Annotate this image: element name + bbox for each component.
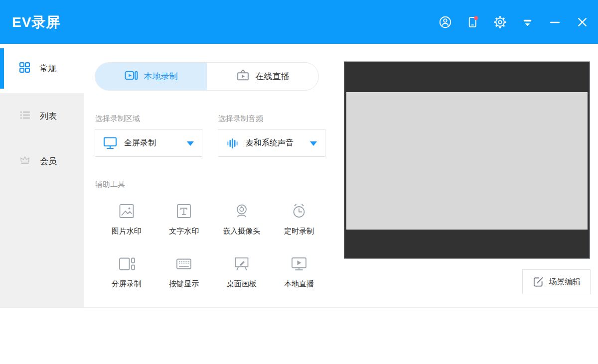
region-select-value: 全屏录制 [124, 138, 156, 148]
control-bar: 时长: 声音: www.rjtj.cn软荐网 v4.2.2 [0, 307, 598, 364]
titlebar-icon-group [439, 0, 589, 44]
audio-field-label: 选择录制音频 [218, 114, 263, 123]
scene-edit-button[interactable]: 场景编辑 [522, 269, 591, 294]
skin-collapse-icon[interactable] [521, 15, 534, 29]
keyboard-icon [173, 254, 194, 276]
audio-select-value: 麦和系统声音 [246, 138, 294, 148]
sidebar-item-label: 会员 [40, 155, 57, 167]
sidebar-item-general[interactable]: 常规 [0, 44, 84, 93]
split-screen-icon [116, 254, 137, 276]
chevron-down-icon [310, 141, 317, 146]
video-camera-icon [125, 69, 138, 84]
app-title: EV录屏 [12, 13, 60, 32]
minimize-icon[interactable] [548, 15, 562, 29]
crown-icon [19, 154, 31, 168]
grid-icon [19, 62, 30, 75]
region-select[interactable]: 全屏录制 [95, 129, 202, 157]
tab-label: 本地录制 [144, 71, 178, 82]
image-watermark-icon [116, 201, 137, 223]
tool-timed-record[interactable]: 定时录制 [271, 196, 328, 249]
device-notification-icon[interactable] [466, 15, 479, 29]
edit-pencil-icon [532, 275, 544, 289]
tool-local-live[interactable]: 本地直播 [271, 249, 328, 302]
tool-split-screen[interactable]: 分屏录制 [98, 249, 155, 302]
settings-gear-icon[interactable] [493, 15, 507, 29]
tools-section-title: 辅助工具 [95, 180, 125, 189]
notification-badge [474, 16, 478, 20]
tool-key-display[interactable]: 按键显示 [155, 249, 213, 302]
sidebar-item-label: 常规 [39, 63, 56, 74]
tool-desktop-board[interactable]: 桌面画板 [213, 249, 271, 302]
tool-image-watermark[interactable]: 图片水印 [98, 196, 155, 249]
tab-online-live[interactable]: 在线直播 [207, 63, 318, 90]
easel-pencil-icon [231, 254, 252, 276]
text-watermark-icon [173, 201, 194, 223]
tab-label: 在线直播 [256, 71, 290, 82]
chevron-down-icon [187, 141, 194, 146]
sidebar-item-list[interactable]: 列表 [0, 104, 84, 128]
list-icon [19, 109, 31, 123]
tool-embed-camera[interactable]: 嵌入摄像头 [213, 196, 271, 249]
scene-edit-label: 场景编辑 [549, 277, 581, 287]
capture-preview [344, 61, 590, 259]
audio-bars-icon [226, 136, 239, 150]
preview-screen-area [346, 92, 588, 230]
tab-local-record[interactable]: 本地录制 [95, 63, 207, 90]
titlebar: EV录屏 [0, 0, 598, 44]
region-field-label: 选择录制区域 [95, 114, 140, 123]
sidebar: 常规 列表 会员 [0, 44, 84, 307]
alarm-clock-icon [289, 201, 309, 223]
record-mode-tabs: 本地录制 在线直播 [95, 62, 319, 91]
webcam-icon [231, 201, 252, 223]
tool-text-watermark[interactable]: 文字水印 [155, 196, 213, 249]
monitor-play-icon [289, 254, 309, 276]
close-icon[interactable] [576, 15, 589, 29]
audio-select[interactable]: 麦和系统声音 [218, 129, 325, 157]
monitor-icon [103, 136, 118, 150]
user-account-icon[interactable] [439, 15, 452, 29]
app-window: EV录屏 [0, 0, 598, 364]
sidebar-item-member[interactable]: 会员 [0, 148, 84, 173]
sidebar-item-label: 列表 [40, 111, 57, 122]
tools-grid: 图片水印 文字水印 [98, 196, 328, 302]
tv-icon [236, 69, 250, 84]
